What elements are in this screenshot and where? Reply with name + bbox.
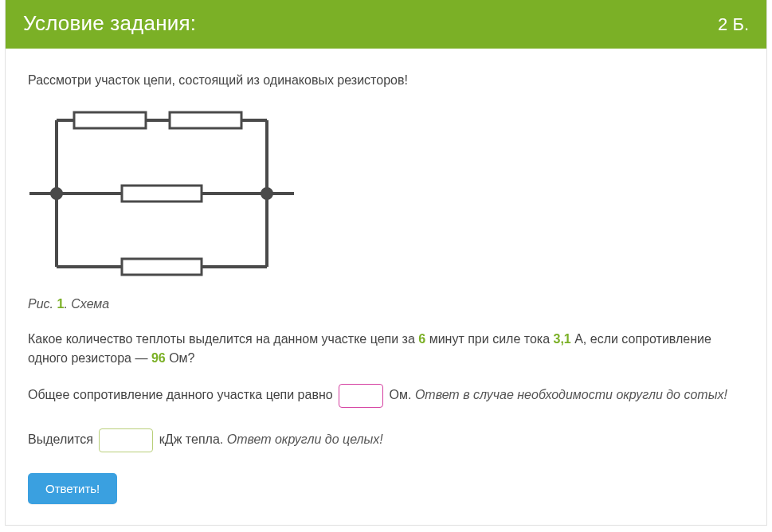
answer2-row: Выделится кДж тепла. Ответ округли до це… bbox=[28, 428, 744, 452]
figure-caption-suffix: . Схема bbox=[64, 297, 109, 311]
q-time: 6 bbox=[418, 332, 425, 346]
figure-caption: Рис. 1. Схема bbox=[28, 295, 744, 314]
q-part-d: Ом? bbox=[166, 351, 195, 365]
question-text: Какое количество теплоты выделится на да… bbox=[28, 330, 744, 368]
q-resistance: 96 bbox=[151, 351, 166, 365]
figure-caption-prefix: Рис. bbox=[28, 297, 57, 311]
task-points: 2 Б. bbox=[718, 14, 749, 35]
q-current: 3,1 bbox=[553, 332, 570, 346]
heat-input[interactable] bbox=[99, 428, 153, 452]
task-title: Условие задания: bbox=[23, 11, 196, 36]
answer1-hint: Ответ в случае необходимости округли до … bbox=[415, 388, 727, 401]
task-card: Условие задания: 2 Б. Рассмотри участок … bbox=[5, 0, 767, 526]
submit-button[interactable]: Ответить! bbox=[28, 473, 117, 504]
svg-rect-7 bbox=[74, 112, 146, 128]
q-part-a: Какое количество теплоты выделится на да… bbox=[28, 332, 418, 346]
svg-rect-9 bbox=[170, 112, 241, 128]
svg-rect-15 bbox=[122, 259, 202, 275]
resistance-input[interactable] bbox=[339, 384, 383, 408]
task-body: Рассмотри участок цепи, состоящий из оди… bbox=[6, 49, 766, 525]
circuit-diagram bbox=[26, 106, 744, 287]
answer2-unit: кДж тепла. bbox=[159, 432, 227, 446]
answer1-row: Общее сопротивление данного участка цепи… bbox=[28, 384, 744, 408]
svg-rect-12 bbox=[122, 186, 202, 201]
intro-text: Рассмотри участок цепи, состоящий из оди… bbox=[28, 71, 744, 90]
circuit-svg bbox=[26, 106, 297, 281]
q-part-b: минут при силе тока bbox=[425, 332, 553, 346]
answer2-before: Выделится bbox=[28, 432, 96, 446]
answer1-before: Общее сопротивление данного участка цепи… bbox=[28, 388, 336, 401]
answer1-unit: Ом. bbox=[390, 388, 415, 401]
answer2-hint: Ответ округли до целых! bbox=[227, 432, 383, 446]
task-header: Условие задания: 2 Б. bbox=[6, 0, 766, 49]
